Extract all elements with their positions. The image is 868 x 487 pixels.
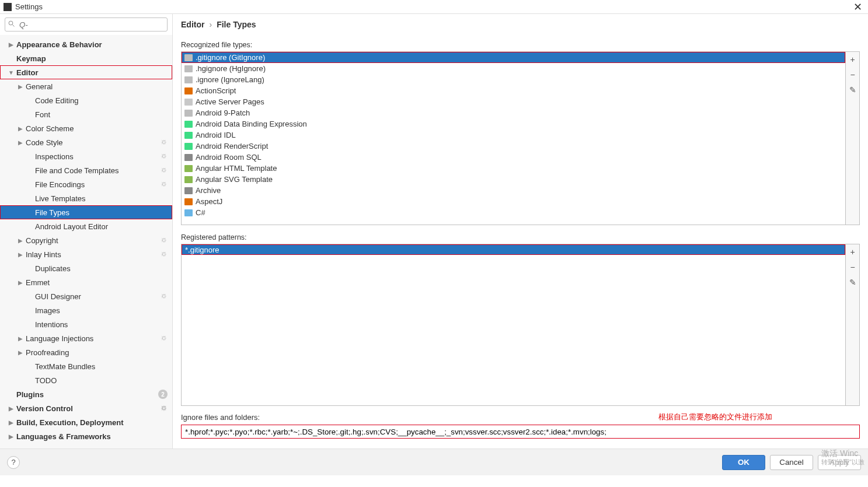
sidebar-item[interactable]: GUI Designer⛭ <box>0 289 172 303</box>
file-type-row[interactable]: Android RenderScript <box>182 141 845 152</box>
chevron-right-icon: ▶ <box>8 419 14 426</box>
sidebar-item-label: Images <box>35 306 168 315</box>
gear-icon: ⛭ <box>161 152 168 160</box>
file-type-row[interactable]: Android 9-Patch <box>182 107 845 118</box>
file-type-row[interactable]: Archive <box>182 185 845 196</box>
pattern-row[interactable]: *.gitignore <box>182 244 845 255</box>
remove-file-type-button[interactable]: − <box>846 67 859 82</box>
file-type-label: .gitignore (GitIgnore) <box>196 53 265 62</box>
sidebar-item[interactable]: ▶Proofreading <box>0 345 172 359</box>
gear-icon: ⛭ <box>161 180 168 188</box>
file-type-icon <box>184 98 193 106</box>
sidebar-item-label: TODO <box>35 376 168 385</box>
file-type-label: AspectJ <box>196 197 222 206</box>
sidebar-item-label: TextMate Bundles <box>35 362 168 371</box>
help-button[interactable]: ? <box>7 456 20 469</box>
sidebar-item[interactable]: TextMate Bundles <box>0 359 172 373</box>
window-title: Settings <box>15 2 851 11</box>
gear-icon: ⛭ <box>161 404 168 412</box>
add-pattern-button[interactable]: + <box>846 244 859 260</box>
file-type-label: Android RenderScript <box>196 142 268 150</box>
file-type-label: .hgignore (HgIgnore) <box>196 64 266 73</box>
sidebar-item[interactable]: ▶Copyright⛭ <box>0 233 172 247</box>
close-icon[interactable]: ✕ <box>851 3 864 11</box>
file-type-row[interactable]: C# <box>182 207 845 218</box>
file-type-label: C# <box>196 208 205 217</box>
file-type-row[interactable]: .gitignore (GitIgnore) <box>182 52 845 63</box>
remove-pattern-button[interactable]: − <box>846 260 859 275</box>
sidebar-item-label: Version Control <box>16 404 158 413</box>
sidebar-item[interactable]: ▶Inlay Hints⛭ <box>0 247 172 261</box>
sidebar-item[interactable]: Android Layout Editor <box>0 219 172 233</box>
sidebar-item[interactable]: File Encodings⛭ <box>0 177 172 191</box>
file-type-row[interactable]: Android Room SQL <box>182 152 845 163</box>
sidebar-item[interactable]: Plugins2 <box>0 387 172 401</box>
patterns-list[interactable]: *.gitignore <box>182 244 845 405</box>
sidebar-item[interactable]: ▶Version Control⛭ <box>0 401 172 415</box>
sidebar-item-label: Editor <box>16 68 168 77</box>
sidebar-item-label: File Types <box>35 208 168 217</box>
sidebar-item-label: Code Style <box>26 138 158 147</box>
sidebar-item[interactable]: File and Code Templates⛭ <box>0 163 172 177</box>
sidebar-item[interactable]: ▶Emmet <box>0 275 172 289</box>
sidebar-item-label: Inlay Hints <box>26 250 158 259</box>
chevron-right-icon: ▶ <box>18 125 23 132</box>
sidebar-item[interactable]: Code Editing <box>0 93 172 107</box>
sidebar-item[interactable]: ▶Code Style⛭ <box>0 135 172 149</box>
title-bar: Settings ✕ <box>0 0 868 14</box>
chevron-right-icon: ▶ <box>18 251 23 258</box>
cancel-button[interactable]: Cancel <box>770 455 813 470</box>
sidebar-item[interactable]: ▶Languages & Frameworks <box>0 429 172 443</box>
file-types-list[interactable]: .gitignore (GitIgnore).hgignore (HgIgnor… <box>182 52 845 225</box>
gear-icon: ⛭ <box>161 236 168 244</box>
edit-file-type-button[interactable]: ✎ <box>846 82 859 97</box>
file-type-row[interactable]: AspectJ <box>182 196 845 207</box>
settings-tree[interactable]: ▶Appearance & BehaviorKeymap▼Editor▶Gene… <box>0 35 172 449</box>
file-type-row[interactable]: Angular HTML Template <box>182 163 845 174</box>
update-count-badge: 2 <box>158 390 168 399</box>
file-type-row[interactable]: .hgignore (HgIgnore) <box>182 63 845 74</box>
sidebar-item[interactable]: Intentions <box>0 317 172 331</box>
file-type-row[interactable]: Android Data Binding Expression <box>182 118 845 129</box>
gear-icon: ⛭ <box>161 250 168 258</box>
sidebar-item-label: Keymap <box>16 54 168 63</box>
sidebar-item[interactable]: Live Templates <box>0 191 172 205</box>
file-type-icon <box>184 153 193 162</box>
file-type-label: Android Data Binding Expression <box>196 120 307 128</box>
sidebar-item[interactable]: ▶Build, Execution, Deployment <box>0 415 172 429</box>
sidebar-item[interactable]: ▶Color Scheme <box>0 121 172 135</box>
file-type-row[interactable]: ActionScript <box>182 85 845 96</box>
pattern-label: *.gitignore <box>185 246 219 254</box>
patterns-label: Registered patterns: <box>181 230 860 244</box>
sidebar-item[interactable]: Inspections⛭ <box>0 149 172 163</box>
file-type-row[interactable]: .ignore (IgnoreLang) <box>182 74 845 85</box>
sidebar-item-label: Plugins <box>16 390 158 399</box>
sidebar-item[interactable]: Font <box>0 107 172 121</box>
chevron-right-icon: ▶ <box>18 139 23 146</box>
sidebar-item[interactable]: Keymap <box>0 51 172 65</box>
sidebar-item-label: Appearance & Behavior <box>16 40 168 49</box>
sidebar-item[interactable]: ▶General <box>0 79 172 93</box>
edit-pattern-button[interactable]: ✎ <box>846 275 859 290</box>
sidebar-item[interactable]: ▼Editor <box>0 65 172 79</box>
apply-button[interactable]: Apply <box>818 455 861 470</box>
sidebar-item-label: File and Code Templates <box>35 166 158 175</box>
chevron-down-icon: ▼ <box>8 69 14 76</box>
sidebar-item[interactable]: ▶Language Injections⛭ <box>0 331 172 345</box>
file-type-label: Active Server Pages <box>196 97 264 106</box>
sidebar-item[interactable]: ▶Appearance & Behavior <box>0 37 172 51</box>
file-type-row[interactable]: Angular SVG Template <box>182 174 845 185</box>
add-file-type-button[interactable]: + <box>846 52 859 67</box>
file-type-row[interactable]: Active Server Pages <box>182 96 845 107</box>
sidebar-item[interactable]: File Types <box>0 205 172 219</box>
sidebar-item-label: Code Editing <box>35 96 168 105</box>
file-type-label: Android 9-Patch <box>196 108 250 117</box>
file-type-row[interactable]: Android IDL <box>182 129 845 141</box>
search-input[interactable] <box>5 17 168 31</box>
sidebar-item[interactable]: TODO <box>0 373 172 387</box>
ignore-files-input[interactable] <box>181 425 860 439</box>
file-type-icon <box>184 176 193 184</box>
ok-button[interactable]: OK <box>722 455 765 470</box>
sidebar-item[interactable]: Duplicates <box>0 261 172 275</box>
sidebar-item[interactable]: Images <box>0 303 172 317</box>
